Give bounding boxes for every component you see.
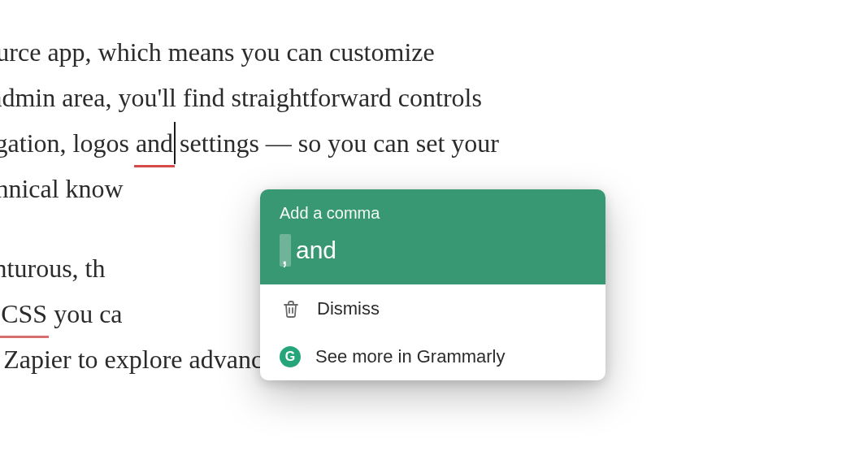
flag-word: and — [136, 128, 173, 158]
trash-icon — [280, 297, 302, 320]
flag-word: CSS — [1, 299, 47, 328]
grammar-flag-and[interactable]: and — [136, 120, 173, 166]
body-text: le the admin area, you'll find straightf… — [0, 83, 482, 112]
body-text: s, navigation, logos — [0, 128, 136, 158]
text-caret — [174, 122, 176, 164]
see-more-button[interactable]: G See more in Grammarly — [260, 333, 605, 380]
body-text: settings — so you can set your — [173, 128, 499, 158]
see-more-label: See more in Grammarly — [315, 346, 506, 367]
grammarly-logo-icon: G — [280, 346, 301, 367]
apply-suggestion-button[interactable]: Add a comma and — [260, 189, 605, 284]
inserted-comma-icon — [280, 234, 291, 267]
suggestion-preview: and — [280, 234, 586, 267]
body-text: you ca — [47, 299, 122, 328]
suggestion-hint: Add a comma — [280, 204, 586, 223]
body-text: e adventurous, th — [0, 254, 106, 283]
grammar-popover: Add a comma and Dismiss G See more in Gr… — [260, 189, 605, 380]
body-text: pen-source app, which means you can cust… — [0, 37, 435, 67]
dismiss-label: Dismiss — [317, 298, 380, 319]
dismiss-button[interactable]: Dismiss — [260, 284, 605, 333]
suggestion-word: and — [296, 237, 336, 264]
body-text: No technical know — [0, 174, 124, 203]
grammar-flag-css[interactable]: CSS — [1, 291, 47, 336]
